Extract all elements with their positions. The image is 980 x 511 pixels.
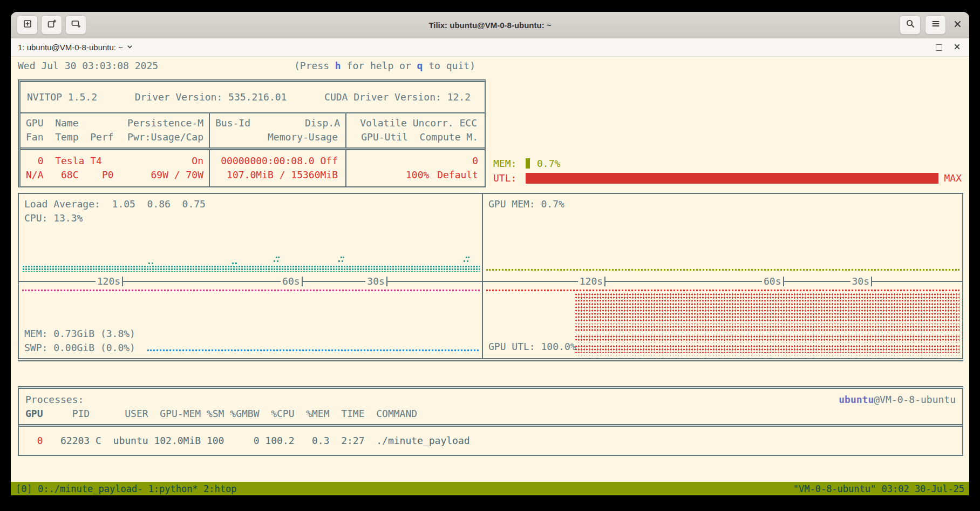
cpu-spike xyxy=(274,260,278,262)
gpu-table-header: GPU NamePersistence-M Fan Temp PerfPwr:U… xyxy=(21,112,485,147)
menu-button[interactable] xyxy=(925,15,946,35)
hamburger-menu-icon xyxy=(931,19,941,31)
process-details: 62203 C ubuntu 102.0MiB 100 0 100.2 0.3 … xyxy=(43,434,470,448)
axis-label-60s: 60s xyxy=(762,274,783,288)
help-key-h: h xyxy=(335,60,341,71)
window-close-button[interactable] xyxy=(954,20,962,30)
tab-session-1[interactable]: 1: ubuntu@VM-0-8-ubuntu: ~ xyxy=(18,43,133,52)
host-swp-text: SWP: 0.00GiB (0.0%) xyxy=(24,341,135,355)
cpu-history-graph xyxy=(22,265,480,272)
axis-label-120s: 120s xyxy=(578,274,604,288)
clock-datetime: Wed Jul 30 03:03:08 2025 xyxy=(18,59,158,73)
axis-label-30s: 30s xyxy=(365,274,386,288)
col-rest: PID USER GPU-MEM %SM %GMBW %CPU %MEM TIM… xyxy=(43,408,418,419)
host-identity: ubuntu@VM-0-8-ubuntu xyxy=(839,393,956,407)
add-terminal-icon xyxy=(23,19,32,31)
split-down-button[interactable] xyxy=(65,15,86,35)
col-memory-usage: Memory-Usage xyxy=(268,130,338,144)
nvitop-version: NVITOP 1.5.2 xyxy=(27,90,97,104)
col-persistence: Persistence-M xyxy=(127,116,203,130)
gpu-info-panel: NVITOP 1.5.2 Driver Version: 535.216.01 … xyxy=(18,79,486,187)
host-user: ubuntu xyxy=(839,394,874,405)
mem-bar-fill xyxy=(526,158,530,169)
col-gpu: GPU xyxy=(25,408,43,419)
process-row-minute-payload[interactable]: 0 62203 C ubuntu 102.0MiB 100 0 100.2 0.… xyxy=(19,424,962,455)
split-right-icon xyxy=(47,19,57,31)
gpu-utl-history-graph xyxy=(575,293,959,355)
gpu-index-name: 0 Tesla T4 xyxy=(26,154,102,168)
mem-bar-value: 0.7% xyxy=(537,157,560,171)
new-session-button[interactable] xyxy=(17,15,38,35)
gpu-quick-bars: MEM: 0.7% UTL: MAX xyxy=(486,156,963,185)
search-button[interactable] xyxy=(900,15,921,35)
cpu-spike xyxy=(464,260,468,262)
help-text: (Press xyxy=(294,60,335,71)
gpu-row-tesla-t4: 0 Tesla T4On N/A 68C P069W / 70W 0000000… xyxy=(21,147,485,186)
chevron-down-icon[interactable] xyxy=(126,43,133,52)
cpu-percent-text: CPU: 13.3% xyxy=(24,211,83,225)
gpu-memory-value: 107.0MiB / 15360MiB xyxy=(227,168,338,182)
monitor-panel: Load Average: 1.05 0.86 0.75 CPU: 13.3% … xyxy=(18,193,963,361)
col-gpu-util-compute: GPU-Util Compute M. xyxy=(361,130,478,144)
cuda-version: CUDA Driver Version: 12.2 xyxy=(324,90,471,104)
gpu-compute-mode-value: Default xyxy=(437,168,478,182)
maximize-terminal-icon[interactable] xyxy=(936,44,942,51)
tilix-window: Tilix: ubuntu@VM-0-8-ubuntu: ~ xyxy=(11,12,969,495)
host-monitor: Load Average: 1.05 0.86 0.75 CPU: 13.3% … xyxy=(19,194,483,358)
window-title: Tilix: ubuntu@VM-0-8-ubuntu: ~ xyxy=(11,21,969,30)
terminal-screen[interactable]: Wed Jul 30 03:03:08 2025 (Press h for he… xyxy=(11,57,969,495)
host-mem-text: MEM: 0.73GiB (3.8%) xyxy=(24,327,135,341)
cpu-spike xyxy=(232,263,237,264)
help-text: to quit) xyxy=(423,60,475,71)
cpu-spike xyxy=(338,260,343,262)
axis-label-60s: 60s xyxy=(281,274,302,288)
tab-title: 1: ubuntu@VM-0-8-ubuntu: ~ xyxy=(18,43,123,52)
utl-bar-fill xyxy=(526,173,938,184)
col-disp-a: Disp.A xyxy=(305,116,340,130)
gpu-utl-text: GPU UTL: 100.0% xyxy=(488,340,576,354)
col-power: Pwr:Usage/Cap xyxy=(127,130,203,144)
gpu-utl-bar-row: UTL: MAX xyxy=(493,171,963,185)
gpu-fan-temp-perf-value: N/A 68C P0 xyxy=(26,168,114,182)
swp-history-graph xyxy=(147,349,479,351)
gpu-power-value: 69W / 70W xyxy=(151,168,203,182)
gpu-mem-graph-area: GPU MEM: 0.7% xyxy=(483,194,962,275)
processes-panel: Processes: ubuntu@VM-0-8-ubuntu GPU PID … xyxy=(18,386,963,456)
tmux-windows-list: [0] 0:./minute_payload- 1:python* 2:htop xyxy=(16,482,236,495)
cpu-spike xyxy=(148,263,153,264)
cpu-graph-area: Load Average: 1.05 0.86 0.75 CPU: 13.3% xyxy=(19,194,482,275)
close-icon xyxy=(954,20,962,30)
axis-label-120s: 120s xyxy=(96,274,122,288)
tmux-host-clock: "VM-0-8-ubuntu" 03:02 30-Jul-25 xyxy=(793,482,964,495)
gpu-utl-graph-area: GPU UTL: 100.0% xyxy=(483,288,962,358)
processes-title: Processes: xyxy=(25,393,956,407)
processes-column-header: GPU PID USER GPU-MEM %SM %GMBW %CPU %MEM… xyxy=(25,407,956,421)
help-hint: (Press h for help or q to quit) xyxy=(294,59,475,73)
cpu-spike xyxy=(466,257,468,258)
col-fan-temp-perf: Fan Temp Perf xyxy=(26,130,114,144)
nvitop-header-row: NVITOP 1.5.2 Driver Version: 535.216.01 … xyxy=(21,82,485,112)
driver-version: Driver Version: 535.216.01 xyxy=(135,90,287,104)
split-right-button[interactable] xyxy=(41,15,62,35)
gpu-persistence-value: On xyxy=(192,154,203,168)
load-average-text: Load Average: 1.05 0.86 0.75 xyxy=(24,197,206,211)
utl-bar-value: MAX xyxy=(944,171,962,185)
tab-close-button[interactable] xyxy=(954,43,961,52)
gpu-mem-history-graph xyxy=(486,269,959,271)
gpu-util-value: 100% xyxy=(406,168,429,182)
utl-bar-label: UTL: xyxy=(493,171,526,185)
host-name: @VM-0-8-ubuntu xyxy=(874,394,956,405)
axis-label-30s: 30s xyxy=(850,274,872,288)
help-text: for help or xyxy=(341,60,417,71)
time-axis-left: 120s 60s 30s xyxy=(19,275,482,288)
titlebar[interactable]: Tilix: ubuntu@VM-0-8-ubuntu: ~ xyxy=(11,12,969,38)
time-axis-right: 120s 60s 30s xyxy=(483,275,962,288)
search-icon xyxy=(906,19,915,31)
gpu-mem-bar-row: MEM: 0.7% xyxy=(493,156,963,171)
cpu-spike xyxy=(341,257,343,258)
mem-graph-area: MEM: 0.73GiB (3.8%) SWP: 0.00GiB (0.0%) xyxy=(19,288,482,358)
cpu-spike xyxy=(276,257,278,258)
tmux-status-bar: [0] 0:./minute_payload- 1:python* 2:htop… xyxy=(11,482,969,495)
gpu-utl-history-line xyxy=(486,290,959,291)
mem-bar-label: MEM: xyxy=(493,157,526,171)
